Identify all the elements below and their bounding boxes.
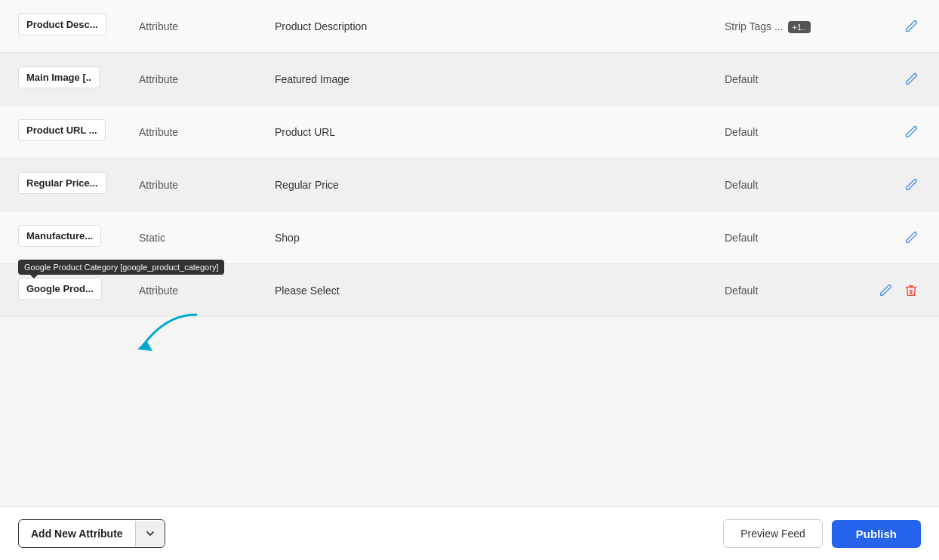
- name-badge-product-desc: Product Desc...: [18, 14, 106, 35]
- col-name-manufacturer: Manufacture...: [18, 225, 139, 250]
- attribute-row-manufacturer: Manufacture... Static Shop Default: [0, 211, 939, 264]
- col-actions-regular-price: [860, 175, 921, 195]
- col-actions-product-url: [860, 122, 921, 142]
- preview-feed-button[interactable]: Preview Feed: [723, 519, 823, 548]
- edit-button-main-image[interactable]: [901, 69, 921, 89]
- tooltip-wrapper-product-url: Product URL ...: [18, 119, 139, 144]
- tooltip-wrapper-main-image: Main Image [..: [18, 66, 139, 91]
- col-actions-main-image: [860, 69, 921, 89]
- col-actions-google-product: [860, 281, 921, 300]
- add-new-attribute-button[interactable]: Add New Attribute: [18, 519, 165, 548]
- col-value-google-product: Please Select: [275, 285, 725, 297]
- attribute-row-product-desc: Product Desc... Attribute Product Descri…: [0, 0, 939, 53]
- col-name-product-desc: Product Desc...: [18, 14, 139, 38]
- col-type-product-url: Attribute: [139, 126, 275, 138]
- col-option-regular-price: Default: [725, 179, 860, 191]
- tooltip-wrapper-manufacturer: Manufacture...: [18, 225, 139, 250]
- tooltip-wrapper-product-desc: Product Desc...: [18, 14, 139, 38]
- extra-badge: +1..: [788, 21, 811, 33]
- edit-button-manufacturer[interactable]: [901, 228, 921, 248]
- col-value-product-desc: Product Description: [275, 20, 725, 32]
- col-option-product-url: Default: [725, 126, 860, 138]
- col-option-main-image: Default: [725, 73, 860, 85]
- tooltip-wrapper-regular-price: Regular Price...: [18, 172, 139, 197]
- publish-button[interactable]: Publish: [832, 520, 921, 548]
- name-badge-manufacturer: Manufacture...: [18, 225, 101, 247]
- col-type-regular-price: Attribute: [139, 179, 275, 191]
- col-name-main-image: Main Image [..: [18, 66, 139, 91]
- col-type-main-image: Attribute: [139, 73, 275, 85]
- svg-marker-0: [137, 340, 152, 351]
- col-option-manufacturer: Default: [725, 232, 860, 244]
- edit-button-product-desc[interactable]: [901, 17, 921, 36]
- footer-bar: Add New Attribute Preview Feed Publish: [0, 506, 939, 560]
- add-new-label: Add New Attribute: [19, 520, 135, 547]
- col-value-main-image: Featured Image: [275, 73, 725, 85]
- attribute-row-main-image: Main Image [.. Attribute Featured Image …: [0, 53, 939, 106]
- col-actions-product-desc: [860, 17, 921, 36]
- attribute-row-product-url: Product URL ... Attribute Product URL De…: [0, 106, 939, 158]
- tooltip-wrapper-google-product: Google Product Category [google_product_…: [18, 278, 139, 303]
- col-option-product-desc: Strip Tags ...+1..: [725, 20, 860, 32]
- col-value-manufacturer: Shop: [275, 232, 725, 244]
- name-badge-main-image: Main Image [..: [18, 66, 100, 88]
- col-name-google-product: Google Product Category [google_product_…: [18, 278, 139, 303]
- col-type-manufacturer: Static: [139, 232, 275, 244]
- attribute-row-google-product: Google Product Category [google_product_…: [0, 264, 939, 317]
- col-name-regular-price: Regular Price...: [18, 172, 139, 197]
- footer-right-actions: Preview Feed Publish: [723, 519, 921, 548]
- edit-button-google-product[interactable]: [876, 281, 895, 300]
- attribute-row-regular-price: Regular Price... Attribute Regular Price…: [0, 158, 939, 211]
- edit-button-product-url[interactable]: [901, 122, 921, 142]
- col-type-google-product: Attribute: [139, 285, 275, 297]
- annotation-arrow: [113, 309, 204, 354]
- col-type-product-desc: Attribute: [139, 20, 275, 32]
- delete-button-google-product[interactable]: [901, 281, 921, 300]
- chevron-down-icon: [135, 521, 165, 546]
- col-option-google-product: Default: [725, 285, 860, 297]
- name-badge-regular-price: Regular Price...: [18, 172, 106, 194]
- name-badge-product-url: Product URL ...: [18, 119, 106, 141]
- col-name-product-url: Product URL ...: [18, 119, 139, 144]
- col-actions-manufacturer: [860, 228, 921, 248]
- col-value-regular-price: Regular Price: [275, 179, 725, 191]
- tooltip-google-product: Google Product Category [google_product_…: [18, 260, 224, 275]
- attribute-list: Product Desc... Attribute Product Descri…: [0, 0, 939, 506]
- edit-button-regular-price[interactable]: [901, 175, 921, 195]
- col-value-product-url: Product URL: [275, 126, 725, 138]
